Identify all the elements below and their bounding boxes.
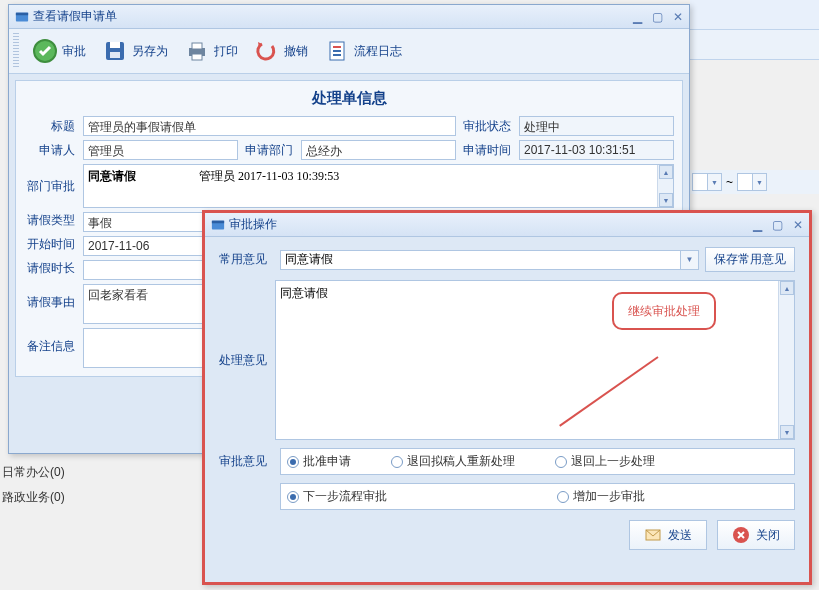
filter-combo-1[interactable]: ▼ (692, 173, 722, 191)
label-process-opinion: 处理意见 (219, 352, 269, 369)
field-apply-time: 2017-11-03 10:31:51 (519, 140, 674, 160)
background-top-bar (690, 0, 819, 30)
send-button[interactable]: 发送 (629, 520, 707, 550)
svg-rect-14 (212, 220, 224, 223)
field-start-time[interactable]: 2017-11-06 (83, 236, 203, 256)
label-apply-time: 申请时间 (460, 142, 515, 159)
log-icon (324, 38, 350, 64)
field-leave-reason[interactable]: 回老家看看 (83, 284, 203, 324)
memo-scrollbar[interactable]: ▲ ▼ (657, 165, 673, 207)
svg-rect-8 (192, 54, 202, 60)
save-common-button[interactable]: 保存常用意见 (705, 247, 795, 272)
section-title: 处理单信息 (24, 89, 674, 108)
field-dept-approve[interactable]: 同意请假 管理员 2017-11-03 10:39:53 ▲ ▼ (83, 164, 674, 208)
label-approve-opinion: 审批意见 (219, 453, 274, 470)
saveas-button[interactable]: 另存为 (95, 33, 175, 69)
radio-group-1: 批准申请 退回拟稿人重新处理 退回上一步处理 (280, 448, 795, 475)
radio-group-2: 下一步流程审批 增加一步审批 (280, 483, 795, 510)
field-status: 处理中 (519, 116, 674, 136)
label-dept: 申请部门 (242, 142, 297, 159)
field-leave-type[interactable]: 事假 (83, 212, 203, 232)
field-applicant[interactable]: 管理员 (83, 140, 238, 160)
print-icon (184, 38, 210, 64)
label-common-opinion: 常用意见 (219, 251, 274, 268)
label-remark: 备注信息 (24, 328, 79, 355)
background-toolbar (690, 30, 819, 60)
scroll-down-icon[interactable]: ▼ (780, 425, 794, 439)
scroll-down-icon[interactable]: ▼ (659, 193, 673, 207)
window2-titlebar: 审批操作 ▁ ▢ ✕ (205, 213, 809, 237)
tilde-separator: ~ (726, 175, 733, 189)
approval-window: 审批操作 ▁ ▢ ✕ 常用意见 ▼ 保存常用意见 处理意见 同意请假 ▲ ▼ (202, 210, 812, 585)
callout-text: 继续审批处理 (628, 304, 700, 318)
save-icon (102, 38, 128, 64)
app-icon (211, 218, 225, 232)
label-title: 标题 (24, 118, 79, 135)
close-icon[interactable]: ✕ (793, 218, 803, 232)
field-remark[interactable] (83, 328, 203, 368)
close-button[interactable]: 关闭 (717, 520, 795, 550)
window1-toolbar: 审批 另存为 打印 撤销 流程日志 (9, 29, 689, 74)
minimize-icon[interactable]: ▁ (633, 10, 642, 24)
window2-title: 审批操作 (229, 216, 277, 233)
label-status: 审批状态 (460, 118, 515, 135)
app-icon (15, 10, 29, 24)
label-leave-reason: 请假事由 (24, 284, 79, 311)
svg-rect-7 (192, 43, 202, 49)
undo-button[interactable]: 撤销 (247, 33, 315, 69)
label-applicant: 申请人 (24, 142, 79, 159)
toolbar-grip (13, 33, 19, 69)
svg-rect-1 (16, 12, 28, 15)
field-dept[interactable]: 总经办 (301, 140, 456, 160)
print-button[interactable]: 打印 (177, 33, 245, 69)
approve-button[interactable]: 审批 (25, 33, 93, 69)
close-icon[interactable]: ✕ (673, 10, 683, 24)
label-dept-approve: 部门审批 (24, 178, 79, 195)
common-opinion-input[interactable] (280, 250, 681, 270)
chevron-down-icon[interactable]: ▼ (681, 250, 699, 270)
callout-bubble: 继续审批处理 (612, 292, 716, 330)
radio-return-prev[interactable] (555, 456, 567, 468)
field-title[interactable]: 管理员的事假请假单 (83, 116, 456, 136)
radio-approve[interactable] (287, 456, 299, 468)
svg-rect-4 (110, 42, 120, 48)
field-leave-dur[interactable] (83, 260, 203, 280)
label-start-time: 开始时间 (24, 236, 79, 256)
undo-icon (254, 38, 280, 64)
side-nav-list: 日常办公(0) 路政业务(0) (0, 460, 67, 510)
background-filter-row: ▼ ~ ▼ (690, 170, 819, 194)
window1-titlebar: 查看请假申请单 ▁ ▢ ✕ (9, 5, 689, 29)
side-item[interactable]: 路政业务(0) (0, 485, 67, 510)
label-leave-type: 请假类型 (24, 212, 79, 232)
approve-icon (32, 38, 58, 64)
maximize-icon[interactable]: ▢ (772, 218, 783, 232)
svg-rect-5 (110, 52, 120, 58)
log-button[interactable]: 流程日志 (317, 33, 409, 69)
radio-add-step[interactable] (557, 491, 569, 503)
process-opinion-textarea[interactable]: 同意请假 ▲ ▼ (275, 280, 795, 440)
common-opinion-combo[interactable]: ▼ (280, 250, 699, 270)
label-leave-dur: 请假时长 (24, 260, 79, 280)
send-icon (644, 526, 662, 544)
side-item[interactable]: 日常办公(0) (0, 460, 67, 485)
scroll-up-icon[interactable]: ▲ (659, 165, 673, 179)
radio-next-step[interactable] (287, 491, 299, 503)
scroll-up-icon[interactable]: ▲ (780, 281, 794, 295)
maximize-icon[interactable]: ▢ (652, 10, 663, 24)
filter-combo-2[interactable]: ▼ (737, 173, 767, 191)
textarea-scrollbar[interactable]: ▲ ▼ (778, 281, 794, 439)
window1-title: 查看请假申请单 (33, 8, 117, 25)
radio-return-draft[interactable] (391, 456, 403, 468)
minimize-icon[interactable]: ▁ (753, 218, 762, 232)
close-icon (732, 526, 750, 544)
